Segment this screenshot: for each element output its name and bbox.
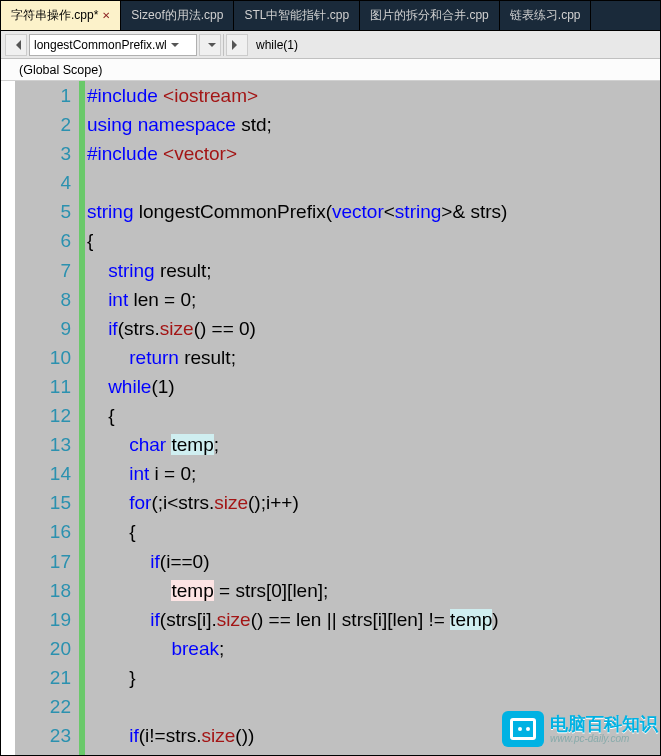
- scope-combo-text: longestCommonPrefix.wl: [34, 38, 167, 52]
- line-number: 15: [15, 488, 71, 517]
- arrow-right-icon: [232, 40, 242, 50]
- nav-forward-button[interactable]: [226, 34, 248, 56]
- line-number: 19: [15, 605, 71, 634]
- code-line[interactable]: -string longestCommonPrefix(vector<strin…: [85, 197, 660, 226]
- nav-bar: longestCommonPrefix.wl while(1): [1, 31, 660, 59]
- tab-label: Sizeof的用法.cpp: [131, 7, 223, 24]
- code-line[interactable]: if(strs[i].size() == len || strs[i][len]…: [85, 605, 660, 634]
- editor-tab[interactable]: 图片的拆分和合并.cpp: [360, 1, 500, 30]
- code-line[interactable]: }: [85, 663, 660, 692]
- code-line[interactable]: {: [85, 401, 660, 430]
- code-line[interactable]: string result;: [85, 256, 660, 285]
- watermark: 电脑百科知识 www.pc-daily.com: [500, 709, 660, 749]
- code-line[interactable]: [85, 168, 660, 197]
- line-number: 7: [15, 256, 71, 285]
- line-number: 12: [15, 401, 71, 430]
- line-number-gutter: 1234567891011121314151617181920212223: [15, 81, 79, 755]
- watermark-url: www.pc-daily.com: [550, 733, 658, 744]
- code-line[interactable]: temp = strs[0][len];: [85, 576, 660, 605]
- code-line[interactable]: return result;: [85, 343, 660, 372]
- code-line[interactable]: {: [85, 226, 660, 255]
- code-line[interactable]: char temp;: [85, 430, 660, 459]
- nav-separator: [223, 34, 224, 56]
- editor-tab[interactable]: STL中智能指针.cpp: [234, 1, 360, 30]
- editor-area: 1234567891011121314151617181920212223 -#…: [1, 81, 660, 755]
- line-number: 18: [15, 576, 71, 605]
- line-number: 11: [15, 372, 71, 401]
- nav-back-button[interactable]: [5, 34, 27, 56]
- chevron-down-icon: [208, 43, 216, 51]
- editor-tab[interactable]: 链表练习.cpp: [500, 1, 592, 30]
- tab-label: 链表练习.cpp: [510, 7, 581, 24]
- line-number: 21: [15, 663, 71, 692]
- context-function-label[interactable]: while(1): [256, 38, 298, 52]
- logo-icon: [502, 711, 544, 747]
- code-line[interactable]: -#include <iostream>: [85, 81, 660, 110]
- line-number: 16: [15, 517, 71, 546]
- code-line[interactable]: while(1): [85, 372, 660, 401]
- code-line[interactable]: int len = 0;: [85, 285, 660, 314]
- scope-combo[interactable]: longestCommonPrefix.wl: [29, 34, 197, 56]
- line-number: 3: [15, 139, 71, 168]
- code-line[interactable]: {: [85, 517, 660, 546]
- code-line[interactable]: break;: [85, 634, 660, 663]
- line-number: 4: [15, 168, 71, 197]
- code-column[interactable]: -#include <iostream>using namespace std;…: [85, 81, 660, 755]
- line-number: 23: [15, 721, 71, 750]
- code-line[interactable]: for(;i<strs.size();i++): [85, 488, 660, 517]
- tab-label: 图片的拆分和合并.cpp: [370, 7, 489, 24]
- line-number: 2: [15, 110, 71, 139]
- line-number: 9: [15, 314, 71, 343]
- editor-tab[interactable]: Sizeof的用法.cpp: [121, 1, 234, 30]
- line-number: 5: [15, 197, 71, 226]
- line-number: 17: [15, 547, 71, 576]
- line-number: 20: [15, 634, 71, 663]
- editor-tab[interactable]: 字符串操作.cpp*✕: [1, 1, 121, 30]
- tab-label: STL中智能指针.cpp: [244, 7, 349, 24]
- scope-bar-label: (Global Scope): [19, 63, 102, 77]
- code-line[interactable]: if(strs.size() == 0): [85, 314, 660, 343]
- code-line[interactable]: using namespace std;: [85, 110, 660, 139]
- tab-label: 字符串操作.cpp*: [11, 7, 98, 24]
- line-number: 22: [15, 692, 71, 721]
- code-line[interactable]: #include <vector>: [85, 139, 660, 168]
- line-number: 14: [15, 459, 71, 488]
- code-line[interactable]: if(i==0): [85, 547, 660, 576]
- chevron-down-icon: [171, 43, 179, 51]
- arrow-left-icon: [11, 40, 21, 50]
- line-number: 10: [15, 343, 71, 372]
- line-number: 6: [15, 226, 71, 255]
- editor-margin: [1, 81, 15, 755]
- line-number: 13: [15, 430, 71, 459]
- code-line[interactable]: int i = 0;: [85, 459, 660, 488]
- watermark-title: 电脑百科知识: [550, 715, 658, 733]
- close-icon[interactable]: ✕: [102, 10, 110, 21]
- line-number: 1: [15, 81, 71, 110]
- line-number: 8: [15, 285, 71, 314]
- nav-history-button[interactable]: [199, 34, 221, 56]
- editor-tabs: 字符串操作.cpp*✕Sizeof的用法.cppSTL中智能指针.cpp图片的拆…: [1, 1, 660, 31]
- scope-bar[interactable]: (Global Scope): [1, 59, 660, 81]
- code-editor[interactable]: 1234567891011121314151617181920212223 -#…: [15, 81, 660, 755]
